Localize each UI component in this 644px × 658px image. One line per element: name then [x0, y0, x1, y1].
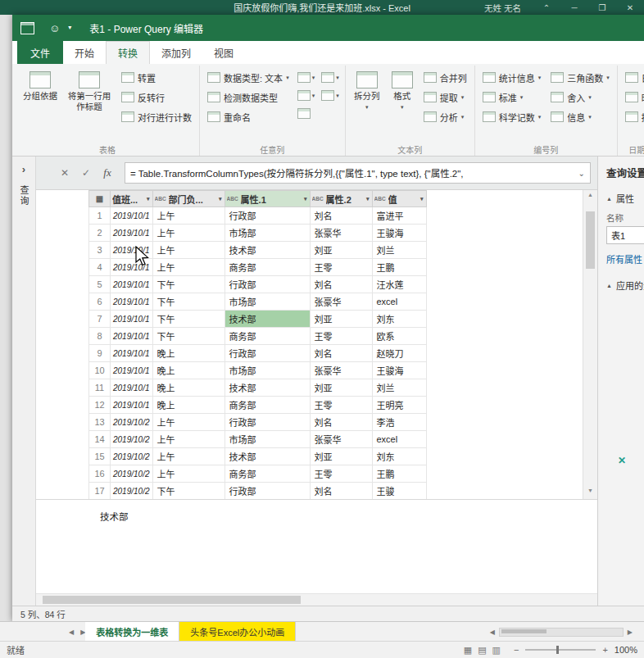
replace-values-button[interactable]: ▾ [297, 70, 316, 84]
grid-cell[interactable]: 王骏海 [372, 225, 426, 242]
smiley-feedback-icon[interactable]: ☺ [49, 23, 60, 34]
row-number[interactable]: 5 [89, 276, 111, 293]
grid-cell[interactable]: 上午 [152, 448, 224, 465]
row-number[interactable]: 10 [89, 362, 111, 379]
tab-file[interactable]: 文件 [17, 41, 63, 64]
grid-cell[interactable]: 王零 [310, 465, 372, 483]
merge-columns-button[interactable]: 合并列 [421, 70, 469, 85]
column-header-1[interactable]: 值班...▾ [111, 191, 153, 207]
grid-cell[interactable]: 王骏海 [372, 362, 426, 379]
grid-cell[interactable]: excel [372, 293, 426, 311]
statistics-button[interactable]: 统计信息 ▾ [480, 70, 544, 85]
normal-view-icon[interactable]: ▦ [464, 645, 472, 656]
sheet-scrollbar[interactable]: ◀ ▶ [490, 622, 633, 642]
grid-cell[interactable]: 市场部 [224, 293, 310, 311]
det[interactable]: 检测数据类型 [205, 89, 292, 105]
grid-cell[interactable]: 2019/10/1 [111, 362, 153, 379]
table-corner-button[interactable]: ▦ [89, 191, 111, 207]
page-break-view-icon[interactable]: ▥ [492, 645, 501, 656]
grid-cell[interactable]: 王骏 [372, 483, 426, 500]
scrollbar-thumb[interactable] [43, 596, 301, 604]
row-number[interactable]: 4 [89, 259, 111, 276]
grid-cell[interactable]: 2019/10/1 [111, 311, 153, 328]
grid-cell[interactable]: 行政部 [224, 483, 310, 500]
trigonometry-button[interactable]: 三角函数 ▾ [548, 70, 612, 85]
grid-cell[interactable]: 行政部 [224, 207, 310, 225]
row-number[interactable]: 15 [89, 448, 111, 465]
grid-cell[interactable]: 刘东 [372, 311, 426, 328]
sheet-nav-left-icon[interactable]: ◀ [69, 629, 74, 636]
grid-cell[interactable]: 上午 [152, 225, 224, 242]
grid-cell[interactable]: 王零 [310, 259, 372, 276]
minimize-icon[interactable]: ─ [560, 3, 588, 12]
sheet-tab-0[interactable]: 表格转换为一维表 [85, 622, 179, 642]
rounding-button[interactable]: 舍入 ▾ [548, 89, 612, 105]
grid-cell[interactable]: 市场部 [224, 431, 310, 448]
tab-view[interactable]: 视图 [202, 41, 245, 64]
use-first-row-as-headers-button[interactable]: 将第一行用作标题 [65, 68, 114, 143]
tab-add-column[interactable]: 添加列 [150, 41, 202, 64]
row-number[interactable]: 16 [89, 465, 111, 483]
grid-cell[interactable]: 行政部 [224, 414, 310, 431]
all-properties-link[interactable]: 所有属性 [606, 252, 644, 265]
grid-cell[interactable]: 商务部 [224, 397, 310, 414]
grid-cell[interactable]: 2019/10/1 [111, 225, 153, 242]
format-button[interactable]: 格式 ▾ [388, 68, 416, 143]
filter-icon[interactable]: ▾ [219, 196, 223, 202]
grid-cell[interactable]: 欧系 [372, 328, 426, 345]
standard-button[interactable]: 标准 ▾ [480, 89, 544, 105]
tab-home[interactable]: 开始 [63, 41, 106, 64]
column-header-4[interactable]: ABC属性.2▾ [310, 191, 372, 207]
fill-button[interactable]: ▾ [320, 70, 340, 84]
row-number[interactable]: 13 [89, 414, 111, 431]
grid-cell[interactable]: 2019/10/1 [111, 328, 153, 345]
grid-cell[interactable]: 商务部 [224, 465, 310, 483]
unpivot-columns-button[interactable]: ▾ [320, 88, 340, 102]
row-number[interactable]: 2 [89, 225, 111, 242]
grid-cell[interactable]: 张豪华 [310, 362, 372, 379]
grid-cell[interactable]: 富进平 [372, 207, 426, 225]
grid-cell[interactable]: 技术部 [224, 379, 310, 397]
grid-cell[interactable]: 王鹏 [372, 465, 426, 483]
grid-cell[interactable]: 刘名 [310, 345, 372, 362]
page-layout-view-icon[interactable]: ▤ [478, 645, 486, 656]
column-header-5[interactable]: ABC值▾ [372, 191, 426, 207]
grid-cell[interactable]: 汪水莲 [372, 276, 426, 293]
horizontal-scrollbar[interactable] [36, 593, 597, 606]
grid-cell[interactable]: 王鹏 [372, 259, 426, 276]
grid-cell[interactable]: 上午 [152, 414, 224, 431]
column-header-3[interactable]: ABC属性.1▾ [224, 191, 310, 207]
filter-icon[interactable]: ▾ [420, 196, 424, 202]
column-header-2[interactable]: ABC部门负...▾ [152, 191, 224, 207]
group-by-button[interactable]: 分组依据 [20, 68, 60, 143]
grid-cell[interactable]: 2019/10/1 [111, 345, 153, 362]
grid-cell[interactable]: 技术部 [224, 311, 310, 328]
scroll-left-icon[interactable]: ◀ [490, 629, 495, 636]
sheet-tab-1[interactable]: 头条号Excel办公小动画 [179, 622, 296, 642]
split-column-button[interactable]: 拆分列 ▾ [351, 68, 383, 143]
extract-button[interactable]: 提取 ▾ [421, 89, 469, 105]
scroll-right-icon[interactable]: ▶ [628, 629, 633, 636]
row-number[interactable]: 7 [89, 311, 111, 328]
transpose-button[interactable]: 转置 [119, 70, 194, 85]
delete-step-icon[interactable]: ✕ [618, 455, 626, 466]
row-number[interactable]: 12 [89, 397, 111, 414]
row-number[interactable]: 6 [89, 293, 111, 311]
grid-cell[interactable]: excel [372, 431, 426, 448]
restore-icon[interactable]: ❐ [588, 3, 616, 12]
grid-cell[interactable]: 2019/10/1 [111, 379, 153, 397]
row-number[interactable]: 11 [89, 379, 111, 397]
grid-cell[interactable]: 下午 [152, 483, 224, 500]
grid-cell[interactable]: 2019/10/1 [111, 207, 153, 225]
grid-cell[interactable]: 市场部 [224, 362, 310, 379]
grid-cell[interactable]: 刘东 [372, 448, 426, 465]
grid-cell[interactable]: 上午 [152, 242, 224, 259]
formula-input[interactable]: = Table.TransformColumnTypes(按分隔符拆分列,{{"… [125, 162, 591, 184]
grid-cell[interactable]: 上午 [152, 207, 224, 225]
grid-cell[interactable]: 李浩 [372, 414, 426, 431]
scroll-up-icon[interactable]: ▲ [587, 192, 593, 202]
zoom-out-icon[interactable]: − [514, 645, 519, 655]
grid-cell[interactable]: 刘兰 [372, 242, 426, 259]
scrollbar-thumb[interactable] [501, 629, 546, 633]
close-icon[interactable]: ✕ [616, 3, 644, 12]
